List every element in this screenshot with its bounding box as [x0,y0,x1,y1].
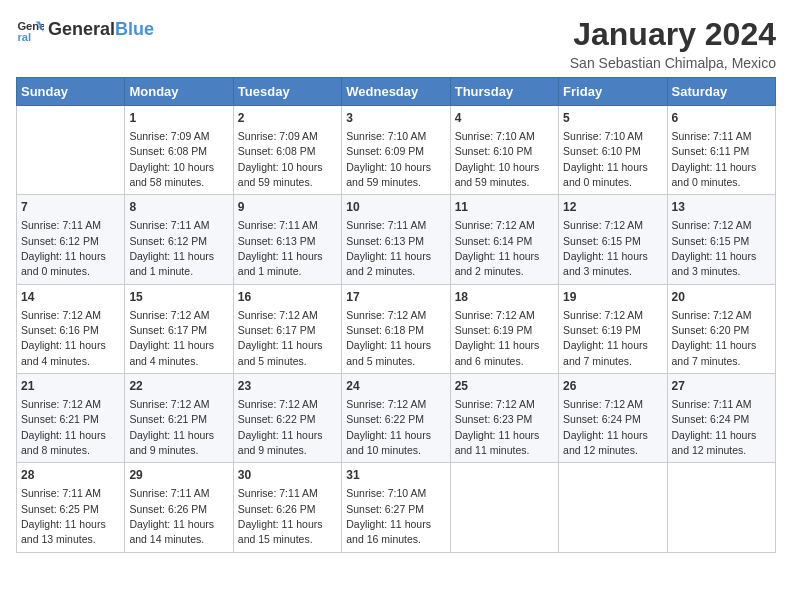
day-number: 30 [238,467,337,484]
day-detail: Sunrise: 7:11 AMSunset: 6:24 PMDaylight:… [672,398,757,456]
logo-text-blue: Blue [115,19,154,39]
day-detail: Sunrise: 7:12 AMSunset: 6:22 PMDaylight:… [238,398,323,456]
day-detail: Sunrise: 7:11 AMSunset: 6:12 PMDaylight:… [129,219,214,277]
calendar-table: SundayMondayTuesdayWednesdayThursdayFrid… [16,77,776,553]
day-number: 4 [455,110,554,127]
calendar-week-row: 28Sunrise: 7:11 AMSunset: 6:25 PMDayligh… [17,463,776,552]
calendar-cell [17,106,125,195]
day-detail: Sunrise: 7:09 AMSunset: 6:08 PMDaylight:… [238,130,323,188]
day-detail: Sunrise: 7:12 AMSunset: 6:15 PMDaylight:… [563,219,648,277]
calendar-cell: 16Sunrise: 7:12 AMSunset: 6:17 PMDayligh… [233,284,341,373]
calendar-cell: 1Sunrise: 7:09 AMSunset: 6:08 PMDaylight… [125,106,233,195]
day-detail: Sunrise: 7:12 AMSunset: 6:17 PMDaylight:… [129,309,214,367]
day-detail: Sunrise: 7:11 AMSunset: 6:12 PMDaylight:… [21,219,106,277]
weekday-header-sunday: Sunday [17,78,125,106]
day-detail: Sunrise: 7:09 AMSunset: 6:08 PMDaylight:… [129,130,214,188]
calendar-cell: 25Sunrise: 7:12 AMSunset: 6:23 PMDayligh… [450,374,558,463]
calendar-cell: 27Sunrise: 7:11 AMSunset: 6:24 PMDayligh… [667,374,775,463]
day-number: 29 [129,467,228,484]
day-number: 9 [238,199,337,216]
calendar-cell: 2Sunrise: 7:09 AMSunset: 6:08 PMDaylight… [233,106,341,195]
day-detail: Sunrise: 7:12 AMSunset: 6:19 PMDaylight:… [455,309,540,367]
month-year-title: January 2024 [570,16,776,53]
day-number: 3 [346,110,445,127]
day-number: 12 [563,199,662,216]
weekday-header-thursday: Thursday [450,78,558,106]
day-detail: Sunrise: 7:11 AMSunset: 6:26 PMDaylight:… [238,487,323,545]
day-number: 25 [455,378,554,395]
day-number: 15 [129,289,228,306]
day-detail: Sunrise: 7:12 AMSunset: 6:19 PMDaylight:… [563,309,648,367]
logo-text-general: General [48,19,115,39]
day-number: 26 [563,378,662,395]
day-detail: Sunrise: 7:11 AMSunset: 6:26 PMDaylight:… [129,487,214,545]
calendar-cell: 17Sunrise: 7:12 AMSunset: 6:18 PMDayligh… [342,284,450,373]
calendar-week-row: 14Sunrise: 7:12 AMSunset: 6:16 PMDayligh… [17,284,776,373]
calendar-cell: 24Sunrise: 7:12 AMSunset: 6:22 PMDayligh… [342,374,450,463]
day-detail: Sunrise: 7:12 AMSunset: 6:18 PMDaylight:… [346,309,431,367]
calendar-cell [450,463,558,552]
day-number: 23 [238,378,337,395]
day-number: 7 [21,199,120,216]
day-number: 27 [672,378,771,395]
calendar-cell: 28Sunrise: 7:11 AMSunset: 6:25 PMDayligh… [17,463,125,552]
calendar-cell: 8Sunrise: 7:11 AMSunset: 6:12 PMDaylight… [125,195,233,284]
calendar-cell: 5Sunrise: 7:10 AMSunset: 6:10 PMDaylight… [559,106,667,195]
day-number: 10 [346,199,445,216]
day-number: 11 [455,199,554,216]
day-detail: Sunrise: 7:12 AMSunset: 6:17 PMDaylight:… [238,309,323,367]
day-number: 28 [21,467,120,484]
calendar-cell: 22Sunrise: 7:12 AMSunset: 6:21 PMDayligh… [125,374,233,463]
day-detail: Sunrise: 7:12 AMSunset: 6:21 PMDaylight:… [129,398,214,456]
day-detail: Sunrise: 7:12 AMSunset: 6:23 PMDaylight:… [455,398,540,456]
calendar-cell [559,463,667,552]
day-number: 8 [129,199,228,216]
calendar-cell: 26Sunrise: 7:12 AMSunset: 6:24 PMDayligh… [559,374,667,463]
day-number: 1 [129,110,228,127]
calendar-cell: 12Sunrise: 7:12 AMSunset: 6:15 PMDayligh… [559,195,667,284]
calendar-cell: 30Sunrise: 7:11 AMSunset: 6:26 PMDayligh… [233,463,341,552]
day-number: 22 [129,378,228,395]
title-area: January 2024 San Sebastian Chimalpa, Mex… [570,16,776,71]
weekday-header-monday: Monday [125,78,233,106]
calendar-cell: 7Sunrise: 7:11 AMSunset: 6:12 PMDaylight… [17,195,125,284]
weekday-header-wednesday: Wednesday [342,78,450,106]
calendar-cell: 31Sunrise: 7:10 AMSunset: 6:27 PMDayligh… [342,463,450,552]
day-detail: Sunrise: 7:12 AMSunset: 6:15 PMDaylight:… [672,219,757,277]
day-detail: Sunrise: 7:10 AMSunset: 6:10 PMDaylight:… [455,130,540,188]
day-detail: Sunrise: 7:12 AMSunset: 6:24 PMDaylight:… [563,398,648,456]
weekday-header-saturday: Saturday [667,78,775,106]
day-detail: Sunrise: 7:11 AMSunset: 6:11 PMDaylight:… [672,130,757,188]
day-number: 6 [672,110,771,127]
calendar-cell: 18Sunrise: 7:12 AMSunset: 6:19 PMDayligh… [450,284,558,373]
calendar-cell: 14Sunrise: 7:12 AMSunset: 6:16 PMDayligh… [17,284,125,373]
calendar-cell: 20Sunrise: 7:12 AMSunset: 6:20 PMDayligh… [667,284,775,373]
svg-text:ral: ral [17,31,31,43]
calendar-cell: 19Sunrise: 7:12 AMSunset: 6:19 PMDayligh… [559,284,667,373]
calendar-cell: 11Sunrise: 7:12 AMSunset: 6:14 PMDayligh… [450,195,558,284]
day-detail: Sunrise: 7:11 AMSunset: 6:25 PMDaylight:… [21,487,106,545]
day-number: 17 [346,289,445,306]
day-number: 31 [346,467,445,484]
calendar-week-row: 21Sunrise: 7:12 AMSunset: 6:21 PMDayligh… [17,374,776,463]
day-detail: Sunrise: 7:11 AMSunset: 6:13 PMDaylight:… [346,219,431,277]
day-number: 16 [238,289,337,306]
calendar-cell: 9Sunrise: 7:11 AMSunset: 6:13 PMDaylight… [233,195,341,284]
calendar-cell: 6Sunrise: 7:11 AMSunset: 6:11 PMDaylight… [667,106,775,195]
day-number: 14 [21,289,120,306]
day-detail: Sunrise: 7:12 AMSunset: 6:20 PMDaylight:… [672,309,757,367]
logo: Gene ral GeneralBlue [16,16,154,44]
calendar-cell: 23Sunrise: 7:12 AMSunset: 6:22 PMDayligh… [233,374,341,463]
calendar-week-row: 1Sunrise: 7:09 AMSunset: 6:08 PMDaylight… [17,106,776,195]
day-number: 19 [563,289,662,306]
day-detail: Sunrise: 7:10 AMSunset: 6:27 PMDaylight:… [346,487,431,545]
day-detail: Sunrise: 7:10 AMSunset: 6:10 PMDaylight:… [563,130,648,188]
calendar-cell: 4Sunrise: 7:10 AMSunset: 6:10 PMDaylight… [450,106,558,195]
calendar-cell: 21Sunrise: 7:12 AMSunset: 6:21 PMDayligh… [17,374,125,463]
calendar-cell: 3Sunrise: 7:10 AMSunset: 6:09 PMDaylight… [342,106,450,195]
calendar-cell: 15Sunrise: 7:12 AMSunset: 6:17 PMDayligh… [125,284,233,373]
day-number: 18 [455,289,554,306]
page-header: Gene ral GeneralBlue January 2024 San Se… [16,16,776,71]
weekday-header-tuesday: Tuesday [233,78,341,106]
weekday-header-row: SundayMondayTuesdayWednesdayThursdayFrid… [17,78,776,106]
